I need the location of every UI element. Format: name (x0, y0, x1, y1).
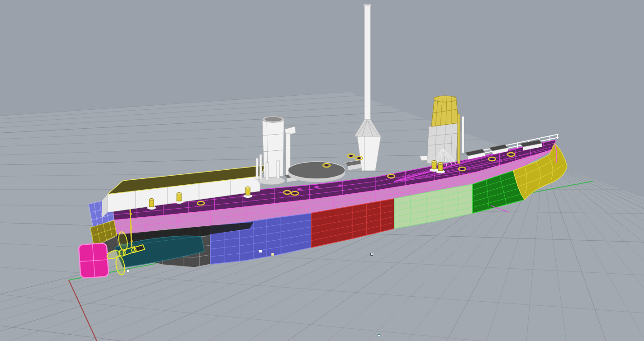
viewport-3d[interactable] (0, 0, 644, 341)
control-point[interactable] (371, 253, 373, 256)
small-pipe (277, 161, 279, 179)
control-point[interactable] (127, 270, 129, 272)
funnel[interactable] (262, 118, 284, 178)
deckhouse-post (125, 201, 127, 207)
funnel-mouth (265, 117, 282, 121)
control-point[interactable] (260, 250, 262, 252)
control-point[interactable] (272, 253, 274, 256)
main-mast-pole[interactable] (365, 5, 370, 119)
engine-skylight-disc[interactable] (288, 162, 345, 179)
white-spar (462, 117, 464, 153)
vent-pipe[interactable] (256, 158, 258, 180)
cage-mast-top (434, 96, 456, 102)
control-point[interactable] (378, 335, 380, 337)
deckhouse-post (118, 202, 120, 209)
rudder[interactable] (78, 243, 109, 278)
small-pipe (266, 163, 269, 181)
yellow-spar (458, 114, 460, 163)
vent-pipe[interactable] (260, 154, 262, 180)
